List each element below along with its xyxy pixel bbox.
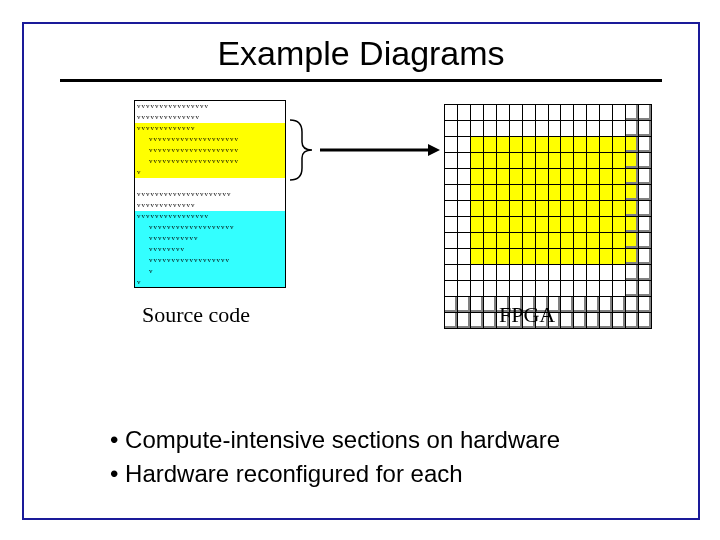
code-line: vvvvvvvvvvvvvvvv <box>135 101 285 112</box>
page-title: Example Diagrams <box>24 34 698 73</box>
fpga-cell <box>483 233 496 249</box>
fpga-cell <box>483 313 496 329</box>
fpga-cell <box>574 153 587 169</box>
fpga-cell <box>626 313 639 329</box>
fpga-cell <box>639 137 652 153</box>
fpga-cell <box>639 249 652 265</box>
code-line: vvvvvvvvvvvvvvvvvv <box>135 255 285 266</box>
fpga-cell <box>574 233 587 249</box>
code-line: v <box>135 277 285 287</box>
fpga-cell <box>483 217 496 233</box>
fpga-cell <box>457 201 470 217</box>
code-line <box>135 178 285 189</box>
fpga-cell <box>574 105 587 121</box>
fpga-cell <box>457 249 470 265</box>
fpga-cell <box>470 105 483 121</box>
fpga-cell <box>548 185 561 201</box>
fpga-cell <box>639 313 652 329</box>
source-code-label: Source code <box>142 302 250 328</box>
fpga-cell <box>522 105 535 121</box>
fpga-cell <box>613 265 626 281</box>
fpga-cell <box>639 297 652 313</box>
fpga-cell <box>626 233 639 249</box>
fpga-cell <box>483 169 496 185</box>
fpga-cell <box>639 121 652 137</box>
fpga-cell <box>535 281 548 297</box>
fpga-cell <box>509 265 522 281</box>
fpga-cell <box>626 201 639 217</box>
fpga-cell <box>522 233 535 249</box>
fpga-cell <box>509 185 522 201</box>
fpga-cell <box>445 233 458 249</box>
fpga-cell <box>445 169 458 185</box>
fpga-cell <box>470 137 483 153</box>
fpga-cell <box>574 249 587 265</box>
bullet-list: Compute-intensive sections on hardware H… <box>70 423 560 490</box>
code-line: vvvvvvvvvvvvvv <box>135 112 285 123</box>
fpga-cell <box>483 121 496 137</box>
fpga-cell <box>548 217 561 233</box>
fpga-cell <box>561 201 574 217</box>
source-code-box: vvvvvvvvvvvvvvvvvvvvvvvvvvvvvvvvvvvvvvvv… <box>134 100 286 288</box>
fpga-cell <box>445 121 458 137</box>
code-line: vvvvvvvvvvvvvvvv <box>135 211 285 222</box>
fpga-cell <box>445 105 458 121</box>
fpga-cell <box>509 201 522 217</box>
fpga-cell <box>457 217 470 233</box>
fpga-cell <box>561 265 574 281</box>
fpga-cell <box>587 137 600 153</box>
fpga-cell <box>535 185 548 201</box>
fpga-cell <box>483 281 496 297</box>
fpga-cell <box>535 105 548 121</box>
fpga-cell <box>548 265 561 281</box>
fpga-cell <box>626 105 639 121</box>
fpga-cell <box>522 137 535 153</box>
fpga-cell <box>470 281 483 297</box>
fpga-cell <box>587 121 600 137</box>
fpga-cell <box>613 105 626 121</box>
fpga-cell <box>548 233 561 249</box>
fpga-cell <box>600 185 613 201</box>
fpga-cell <box>613 233 626 249</box>
fpga-cell <box>561 233 574 249</box>
fpga-cell <box>600 265 613 281</box>
fpga-cell <box>445 185 458 201</box>
fpga-cell <box>587 201 600 217</box>
fpga-cell <box>548 105 561 121</box>
arrow-right-icon <box>320 142 440 158</box>
fpga-cell <box>483 297 496 313</box>
fpga-cell <box>509 169 522 185</box>
fpga-cell <box>457 281 470 297</box>
fpga-cell <box>470 249 483 265</box>
fpga-cell <box>483 265 496 281</box>
fpga-cell <box>561 249 574 265</box>
fpga-cell <box>600 281 613 297</box>
code-line: vvvvvvvvvvvvvvvvvvv <box>135 222 285 233</box>
fpga-cell <box>548 169 561 185</box>
fpga-cell <box>535 169 548 185</box>
fpga-grid <box>444 104 652 287</box>
fpga-cell <box>600 153 613 169</box>
fpga-cell <box>457 169 470 185</box>
fpga-cell <box>535 121 548 137</box>
fpga-cell <box>613 201 626 217</box>
fpga-cell <box>561 297 574 313</box>
fpga-cell <box>496 201 509 217</box>
fpga-cell <box>445 281 458 297</box>
fpga-cell <box>483 137 496 153</box>
fpga-cell <box>600 169 613 185</box>
fpga-cell <box>587 233 600 249</box>
fpga-cell <box>483 185 496 201</box>
fpga-cell <box>445 153 458 169</box>
fpga-cell <box>445 201 458 217</box>
fpga-cell <box>522 201 535 217</box>
fpga-cell <box>496 169 509 185</box>
fpga-cell <box>535 233 548 249</box>
fpga-cell <box>613 313 626 329</box>
fpga-cell <box>522 217 535 233</box>
fpga-cell <box>509 121 522 137</box>
fpga-cell <box>457 105 470 121</box>
fpga-cell <box>587 217 600 233</box>
fpga-cell <box>626 281 639 297</box>
fpga-cell <box>457 153 470 169</box>
